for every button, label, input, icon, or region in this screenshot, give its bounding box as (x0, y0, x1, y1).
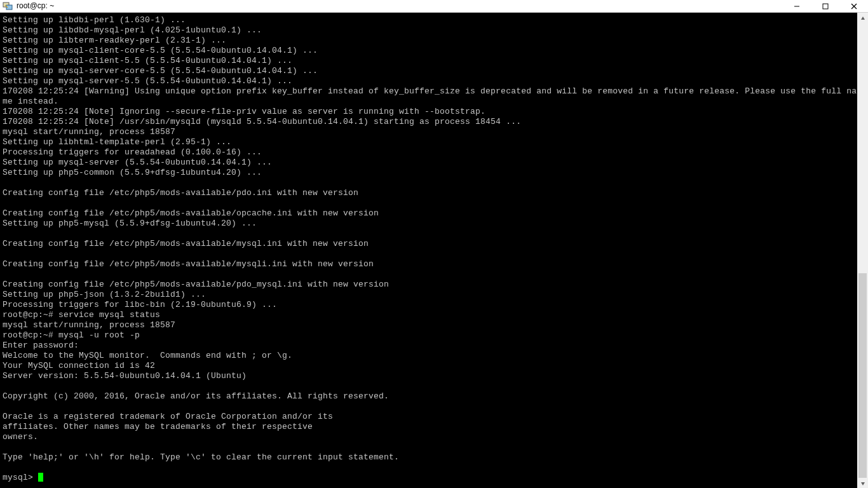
window-controls (782, 0, 868, 12)
putty-icon (3, 2, 13, 11)
close-button[interactable] (839, 0, 868, 12)
svg-marker-8 (861, 482, 865, 485)
scroll-up-arrow[interactable] (857, 13, 868, 24)
scroll-down-arrow[interactable] (857, 478, 868, 488)
mysql-prompt: mysql> (3, 473, 38, 482)
window-title: root@cp: ~ (17, 0, 54, 12)
terminal-output[interactable]: Setting up libdbi-perl (1.630-1) ... Set… (0, 13, 857, 488)
scrollbar[interactable] (857, 13, 868, 488)
terminal-cursor (38, 473, 43, 482)
scroll-track[interactable] (857, 24, 868, 478)
svg-rect-4 (823, 4, 828, 9)
scroll-thumb[interactable] (858, 273, 867, 478)
minimize-button[interactable] (782, 0, 811, 12)
maximize-button[interactable] (811, 0, 839, 12)
window-titlebar: root@cp: ~ (0, 0, 868, 13)
svg-marker-7 (861, 17, 865, 20)
